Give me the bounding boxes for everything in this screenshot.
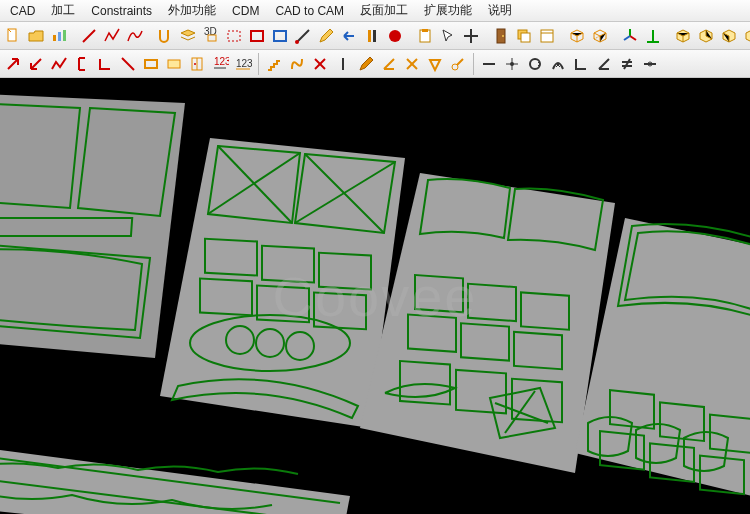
polyline-red-icon[interactable]: [48, 53, 70, 75]
folder-icon[interactable]: [25, 25, 47, 47]
svg-rect-21: [541, 30, 553, 42]
dimension2-icon[interactable]: 123: [232, 53, 254, 75]
rect-red-icon[interactable]: [246, 25, 268, 47]
probe-icon[interactable]: [447, 53, 469, 75]
toolbar-row-1: 3D: [0, 22, 750, 50]
svg-rect-13: [373, 30, 376, 42]
svg-line-54: [624, 59, 630, 69]
svg-point-33: [194, 63, 196, 65]
window-icon[interactable]: [536, 25, 558, 47]
rect-blue-icon[interactable]: [269, 25, 291, 47]
corner-icon[interactable]: [94, 53, 116, 75]
polyline-icon[interactable]: [101, 25, 123, 47]
stairs-icon[interactable]: [263, 53, 285, 75]
rect-orange2-icon[interactable]: [163, 53, 185, 75]
menu-cad-to-cam[interactable]: CAD to CAM: [267, 2, 352, 20]
arrow-sw-icon[interactable]: [25, 53, 47, 75]
menu-cad[interactable]: CAD: [2, 2, 43, 20]
axis-xyz-icon[interactable]: [619, 25, 641, 47]
svg-line-4: [83, 30, 95, 42]
viewport-3d[interactable]: Coovee: [0, 78, 750, 514]
cube-left-icon[interactable]: [566, 25, 588, 47]
svg-line-25: [624, 36, 630, 40]
angle-ne-icon[interactable]: [593, 53, 615, 75]
svg-rect-3: [63, 30, 66, 41]
svg-text:123: 123: [236, 58, 252, 69]
svg-marker-79: [360, 173, 615, 473]
cube-wire-icon[interactable]: [589, 25, 611, 47]
diag-x-icon[interactable]: [401, 53, 423, 75]
arrow-ne-icon[interactable]: [2, 53, 24, 75]
vline-icon[interactable]: [332, 53, 354, 75]
toggle-icon[interactable]: [361, 25, 383, 47]
svg-marker-62: [160, 138, 405, 428]
svg-point-18: [502, 35, 504, 37]
svg-line-10: [297, 30, 309, 42]
svg-rect-2: [58, 32, 61, 41]
panel-2: [160, 138, 405, 428]
new-doc-icon[interactable]: [2, 25, 24, 47]
svg-point-11: [295, 40, 299, 44]
svg-marker-57: [0, 93, 185, 358]
rect-dashed-icon[interactable]: [223, 25, 245, 47]
angle-x-icon[interactable]: [378, 53, 400, 75]
not-equal-icon[interactable]: [616, 53, 638, 75]
svg-line-24: [630, 36, 636, 40]
menu-addons[interactable]: 外加功能: [160, 0, 224, 21]
cube-iso3-icon[interactable]: [718, 25, 740, 47]
layer-icon[interactable]: [177, 25, 199, 47]
line-angle-icon[interactable]: [292, 25, 314, 47]
svg-rect-29: [145, 60, 157, 68]
line-c-icon[interactable]: [639, 53, 661, 75]
svg-rect-20: [521, 33, 530, 42]
cube-iso4-icon[interactable]: [741, 25, 750, 47]
svg-rect-1: [53, 35, 56, 41]
arrow-left-icon[interactable]: [338, 25, 360, 47]
rect-orange-icon[interactable]: [140, 53, 162, 75]
axis-green-icon[interactable]: [642, 25, 664, 47]
box-3d-icon[interactable]: 3D: [200, 25, 222, 47]
svg-text:123: 123: [214, 56, 229, 67]
u-shape-icon[interactable]: [154, 25, 176, 47]
pan-icon[interactable]: [460, 25, 482, 47]
chart-icon[interactable]: [48, 25, 70, 47]
cube-iso1-icon[interactable]: [672, 25, 694, 47]
panel-3: [360, 173, 615, 473]
svg-rect-7: [228, 31, 240, 41]
arc-x-icon[interactable]: [547, 53, 569, 75]
svg-rect-16: [422, 29, 428, 32]
svg-rect-12: [368, 30, 371, 42]
svg-rect-9: [274, 31, 286, 41]
cross-icon[interactable]: [309, 53, 331, 75]
menu-backside[interactable]: 反面加工: [352, 0, 416, 21]
diagonal-icon[interactable]: [117, 53, 139, 75]
curve-icon[interactable]: [124, 25, 146, 47]
layers-icon[interactable]: [513, 25, 535, 47]
corner-bl-icon[interactable]: [570, 53, 592, 75]
menu-machining[interactable]: 加工: [43, 0, 83, 21]
line-icon[interactable]: [78, 25, 100, 47]
pencil2-icon[interactable]: [355, 53, 377, 75]
menu-constraints[interactable]: Constraints: [83, 2, 160, 20]
door-handle-icon[interactable]: [186, 53, 208, 75]
panel-5: [0, 446, 350, 514]
menu-cdm[interactable]: CDM: [224, 2, 267, 20]
loop-icon[interactable]: [524, 53, 546, 75]
menu-help[interactable]: 说明: [480, 0, 520, 21]
hline-icon[interactable]: [478, 53, 500, 75]
s-curve-icon[interactable]: [286, 53, 308, 75]
cube-iso2-icon[interactable]: [695, 25, 717, 47]
bracket-icon[interactable]: [71, 53, 93, 75]
dot-cross-icon[interactable]: [501, 53, 523, 75]
svg-rect-8: [251, 31, 263, 41]
menu-extensions[interactable]: 扩展功能: [416, 0, 480, 21]
svg-line-28: [122, 58, 134, 70]
svg-line-44: [457, 59, 463, 65]
red-dot-icon[interactable]: [384, 25, 406, 47]
door-icon[interactable]: [490, 25, 512, 47]
fan-icon[interactable]: [424, 53, 446, 75]
pencil-icon[interactable]: [315, 25, 337, 47]
dimension-icon[interactable]: 123: [209, 53, 231, 75]
clipboard-icon[interactable]: [414, 25, 436, 47]
select-icon[interactable]: [437, 25, 459, 47]
